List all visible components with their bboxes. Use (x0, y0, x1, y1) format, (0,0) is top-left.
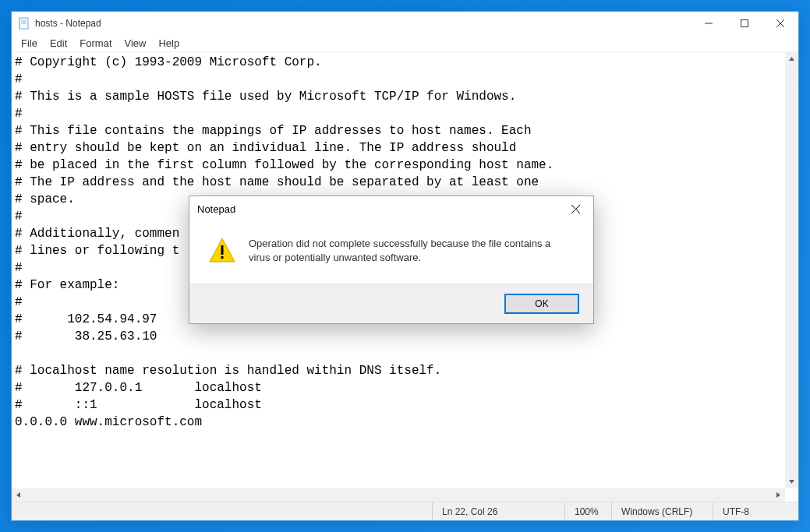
error-dialog: Notepad Operation did not complete succe… (189, 196, 594, 324)
svg-rect-16 (221, 245, 224, 255)
dialog-title: Notepad (197, 203, 557, 215)
status-spacer (12, 502, 432, 520)
status-position: Ln 22, Col 26 (432, 502, 564, 520)
window-controls (691, 12, 798, 35)
menu-format[interactable]: Format (73, 36, 118, 51)
svg-rect-6 (741, 20, 748, 27)
menu-file[interactable]: File (15, 36, 44, 51)
svg-marker-9 (789, 57, 794, 61)
close-button[interactable] (762, 12, 798, 35)
svg-rect-4 (19, 18, 20, 29)
scroll-left-icon[interactable] (12, 488, 25, 502)
window-title: hosts - Notepad (35, 18, 691, 29)
notepad-icon (18, 17, 30, 30)
maximize-button[interactable] (727, 12, 762, 35)
warning-icon (208, 237, 236, 265)
horizontal-scrollbar[interactable] (12, 488, 785, 502)
dialog-button-row: OK (189, 284, 593, 323)
scroll-down-icon[interactable] (785, 475, 798, 488)
menubar: File Edit Format View Help (12, 35, 798, 52)
minimize-button[interactable] (691, 12, 727, 35)
svg-marker-12 (776, 492, 780, 498)
menu-edit[interactable]: Edit (44, 36, 73, 51)
titlebar[interactable]: hosts - Notepad (12, 12, 798, 35)
status-line-ending: Windows (CRLF) (611, 502, 713, 520)
status-encoding: UTF-8 (713, 502, 798, 520)
statusbar: Ln 22, Col 26 100% Windows (CRLF) UTF-8 (12, 502, 798, 520)
svg-marker-10 (789, 480, 794, 484)
dialog-body: Operation did not complete successfully … (189, 221, 593, 284)
svg-rect-17 (221, 256, 224, 259)
vertical-scrollbar[interactable] (785, 52, 798, 488)
dialog-close-button[interactable] (557, 196, 593, 221)
menu-view[interactable]: View (118, 36, 153, 51)
ok-button[interactable]: OK (504, 294, 579, 314)
scroll-right-icon[interactable] (772, 488, 785, 502)
dialog-message: Operation did not complete successfully … (249, 237, 575, 265)
status-zoom: 100% (564, 502, 611, 520)
menu-help[interactable]: Help (152, 36, 186, 51)
svg-marker-11 (16, 492, 20, 498)
scroll-up-icon[interactable] (785, 52, 798, 65)
dialog-titlebar[interactable]: Notepad (189, 196, 593, 221)
